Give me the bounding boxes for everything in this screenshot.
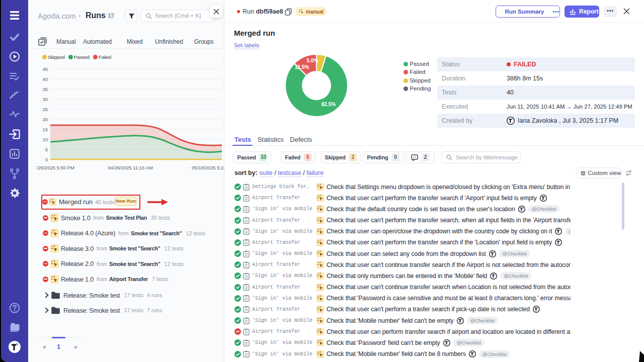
svg-text:10: 10 (42, 137, 48, 142)
svg-text:04/28/2025 11:16 AM: 04/28/2025 11:16 AM (108, 165, 153, 170)
svg-text:/26/2025 5:50 PM: /26/2025 5:50 PM (37, 165, 74, 170)
svg-text:40: 40 (42, 76, 48, 82)
svg-text:45: 45 (42, 66, 48, 72)
svg-text:05/18/2025 5:22: 05/18/2025 5:22 (192, 165, 224, 170)
svg-text:5.0%: 5.0% (307, 58, 318, 63)
svg-text:20: 20 (42, 117, 48, 122)
svg-text:12.5%: 12.5% (295, 64, 309, 70)
svg-text:25: 25 (42, 107, 48, 112)
svg-text:35: 35 (42, 86, 48, 92)
svg-text:0: 0 (45, 157, 48, 162)
svg-text:82.5%: 82.5% (321, 102, 336, 107)
svg-text:30: 30 (42, 97, 48, 102)
svg-text:5: 5 (45, 147, 48, 152)
svg-text:15: 15 (42, 127, 48, 132)
